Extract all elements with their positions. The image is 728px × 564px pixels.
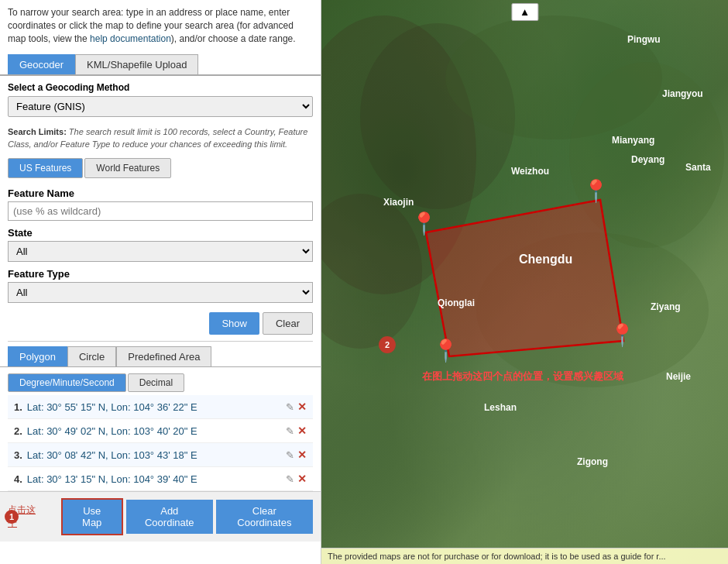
geocoding-method-section: Select a Geocoding Method Feature (GNIS): [0, 76, 321, 123]
svg-text:2: 2: [385, 340, 390, 349]
coord-actions-4: ✎ ✕: [286, 473, 307, 485]
add-coordinate-button[interactable]: Add Coordinate: [126, 500, 213, 534]
action-buttons: Show Clear: [0, 306, 321, 341]
svg-point-1: [360, 23, 515, 209]
dms-tab[interactable]: Degree/Minute/Second: [8, 373, 126, 392]
map-collapse-button[interactable]: ▲: [511, 3, 538, 21]
coord-delete-4[interactable]: ✕: [297, 473, 307, 485]
svg-point-0: [321, 15, 476, 294]
coord-text-3: Lat: 30° 08' 42" N, Lon: 103° 43' 18" E: [27, 449, 286, 461]
coord-num-4: 4.: [14, 473, 22, 485]
feature-name-input[interactable]: [8, 201, 313, 221]
coordinate-item-1: 1. Lat: 30° 55' 15" N, Lon: 104° 36' 22"…: [8, 395, 313, 419]
coord-num-2: 2.: [14, 425, 22, 437]
coord-num-3: 3.: [14, 449, 22, 461]
feature-type-select[interactable]: All: [8, 282, 313, 303]
coordinate-list: 1. Lat: 30° 55' 15" N, Lon: 104° 36' 22"…: [0, 395, 321, 491]
coord-actions-1: ✎ ✕: [286, 401, 307, 413]
feature-tabs: US Features World Features: [0, 155, 321, 184]
coord-text-1: Lat: 30° 55' 15" N, Lon: 104° 36' 22" E: [27, 401, 286, 413]
search-limits-text: Search Limits: The search result limit i…: [0, 123, 321, 155]
decimal-tab[interactable]: Decimal: [128, 373, 184, 392]
svg-text:Leshan: Leshan: [484, 402, 517, 413]
svg-text:Jiangyou: Jiangyou: [662, 88, 703, 99]
coordinate-item-3: 3. Lat: 30° 08' 42" N, Lon: 103° 43' 18"…: [8, 443, 313, 467]
map-badge-2: [379, 336, 396, 353]
coord-actions-3: ✎ ✕: [286, 449, 307, 461]
map-panel[interactable]: ▲ 📍 📍 📍 📍 2 Pingwu: [321, 0, 728, 564]
us-features-tab[interactable]: US Features: [8, 158, 83, 178]
tab-geocoder[interactable]: Geocoder: [8, 54, 75, 74]
coord-edit-1[interactable]: ✎: [286, 401, 294, 413]
coord-text-2: Lat: 30° 49' 02" N, Lon: 103° 40' 20" E: [27, 425, 286, 437]
coord-text-4: Lat: 30° 13' 15" N, Lon: 104° 39' 40" E: [27, 473, 286, 485]
left-panel: To narrow your search area: type in an a…: [0, 0, 321, 564]
state-select[interactable]: All: [8, 241, 313, 262]
feature-type-label: Feature Type: [8, 268, 313, 280]
svg-text:Neijie: Neijie: [666, 371, 691, 382]
coord-delete-2[interactable]: ✕: [297, 425, 307, 437]
svg-text:Zigong: Zigong: [577, 456, 608, 467]
svg-text:Chengdu: Chengdu: [519, 253, 572, 266]
main-tab-bar: Geocoder KML/Shapefile Upload: [0, 54, 321, 76]
marker-2: 📍: [410, 211, 438, 236]
coord-edit-4[interactable]: ✎: [286, 473, 294, 485]
state-group: State All: [0, 224, 321, 265]
tab-kml[interactable]: KML/Shapefile Upload: [75, 54, 198, 74]
svg-text:Pingwu: Pingwu: [627, 34, 661, 45]
geocoding-method-select[interactable]: Feature (GNIS): [8, 96, 313, 117]
marker-1: 📍: [582, 178, 610, 204]
svg-point-4: [569, 62, 724, 248]
svg-text:在图上拖动这四个点的位置，设置感兴趣区域: 在图上拖动这四个点的位置，设置感兴趣区域: [421, 370, 624, 382]
svg-text:Weizhou: Weizhou: [511, 166, 549, 177]
state-label: State: [8, 227, 313, 239]
bottom-bar: 1 点击这个 Use Map Add Coordinate Clear Coor…: [0, 491, 321, 542]
svg-marker-6: [426, 200, 623, 356]
world-features-tab[interactable]: World Features: [84, 158, 171, 178]
help-link[interactable]: help documentation: [90, 33, 171, 44]
coord-delete-1[interactable]: ✕: [297, 401, 307, 413]
coord-delete-3[interactable]: ✕: [297, 449, 307, 461]
circle-tab[interactable]: Circle: [67, 346, 116, 366]
map-surface[interactable]: ▲ 📍 📍 📍 📍 2 Pingwu: [321, 0, 728, 564]
svg-text:Xiaojin: Xiaojin: [383, 197, 414, 208]
map-disclaimer: The provided maps are not for purchase o…: [321, 548, 728, 564]
svg-text:Santa: Santa: [685, 162, 711, 173]
marker-4: 📍: [609, 322, 636, 348]
coordinate-item-2: 2. Lat: 30° 49' 02" N, Lon: 103° 40' 20"…: [8, 419, 313, 443]
svg-text:Mianyang: Mianyang: [612, 135, 654, 146]
svg-text:Qionglai: Qionglai: [438, 297, 475, 308]
svg-text:Deyang: Deyang: [631, 154, 664, 165]
clear-button[interactable]: Clear: [263, 312, 313, 335]
degree-tabs: Degree/Minute/Second Decimal: [0, 367, 321, 395]
badge-1: 1: [5, 510, 19, 524]
clear-coordinates-button[interactable]: Clear Coordinates: [216, 500, 313, 534]
svg-point-3: [445, 15, 662, 139]
shape-tabs: Polygon Circle Predefined Area: [0, 342, 321, 367]
marker-3: 📍: [432, 338, 459, 363]
coord-edit-3[interactable]: ✎: [286, 449, 294, 461]
geocoding-method-label: Select a Geocoding Method: [8, 82, 313, 93]
feature-name-label: Feature Name: [8, 187, 313, 199]
use-map-button[interactable]: Use Map: [61, 498, 123, 535]
polygon-tab[interactable]: Polygon: [8, 346, 67, 366]
map-overlay-svg: 📍 📍 📍 📍 2 Pingwu Jiangyou Deyang Mianyan…: [321, 0, 728, 564]
coord-edit-2[interactable]: ✎: [286, 425, 294, 437]
coordinate-item-4: 4. Lat: 30° 13' 15" N, Lon: 104° 39' 40"…: [8, 467, 313, 491]
svg-point-2: [321, 194, 422, 349]
svg-text:Ziyang: Ziyang: [651, 301, 681, 312]
svg-point-5: [476, 232, 709, 387]
feature-type-group: Feature Type All: [0, 265, 321, 306]
show-button[interactable]: Show: [209, 312, 259, 335]
predefined-tab[interactable]: Predefined Area: [116, 346, 211, 366]
coord-actions-2: ✎ ✕: [286, 425, 307, 437]
feature-name-group: Feature Name: [0, 184, 321, 224]
coord-num-1: 1.: [14, 401, 22, 413]
intro-text: To narrow your search area: type in an a…: [0, 0, 321, 51]
